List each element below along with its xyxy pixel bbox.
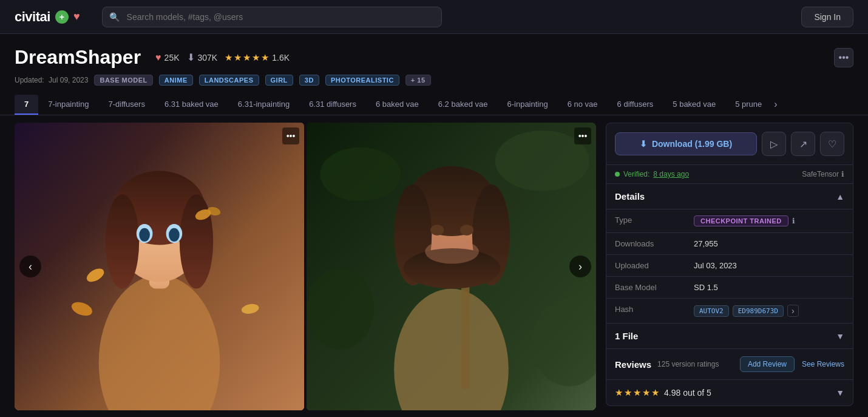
verified-dot <box>615 172 620 177</box>
verified-row: Verified: 8 days ago SafeTensor ℹ <box>606 165 853 184</box>
reviews-title-wrap: Reviews 125 version ratings <box>615 359 719 370</box>
details-section: Details ▲ Type CHECKPOINT TRAINED ℹ Down… <box>606 184 853 324</box>
rating-count: 1.6K <box>272 53 290 63</box>
tab-version-7-inpainting[interactable]: 7-inpainting <box>38 95 98 115</box>
svg-rect-22 <box>461 282 469 390</box>
image-gallery: ‹ <box>15 123 596 410</box>
header: civitai + ♥ 🔍 Sign In <box>0 0 868 34</box>
star-5: ★ <box>261 52 269 63</box>
tab-version-7[interactable]: 7 <box>15 95 38 115</box>
file-section-header[interactable]: 1 File ▼ <box>606 324 853 348</box>
review-star-4: ★ <box>642 387 650 398</box>
model-header: DreamShaper ♥ 25K ⬇ 307K ★ ★ ★ ★ ★ 1.6K <box>0 34 868 86</box>
reviews-header: Reviews 125 version ratings Add Review S… <box>606 349 853 380</box>
logo-text[interactable]: civitai <box>15 9 50 25</box>
updated-label: Updated: Jul 09, 2023 <box>15 76 88 84</box>
verified-badge: Verified: 8 days ago <box>615 170 689 178</box>
likes-stat: ♥ 25K <box>155 52 179 63</box>
gallery-image-2-menu[interactable]: ••• <box>574 127 591 144</box>
model-title: DreamShaper <box>15 46 141 69</box>
model-meta: Updated: Jul 09, 2023 BASE MODEL ANIME L… <box>15 75 853 86</box>
tab-version-6-inpainting[interactable]: 6-inpainting <box>497 95 557 115</box>
file-section: 1 File ▼ <box>606 324 853 349</box>
star-1: ★ <box>225 52 232 63</box>
send-button[interactable]: ▷ <box>762 132 786 156</box>
tab-version-6-no-vae[interactable]: 6 no vae <box>558 95 608 115</box>
likes-count: 25K <box>164 53 180 63</box>
svg-point-9 <box>139 228 150 242</box>
verified-date[interactable]: 8 days ago <box>653 170 689 178</box>
gallery-next-button[interactable]: › <box>569 256 591 277</box>
tab-version-631-baked-vae[interactable]: 6.31 baked vae <box>155 95 228 115</box>
detail-value-base-model: SD 1.5 <box>685 277 727 298</box>
download-section: ⬇ Download (1.99 GB) ▷ ↗ ♡ <box>606 123 853 165</box>
svg-point-17 <box>320 147 401 202</box>
details-header[interactable]: Details ▲ <box>606 184 853 209</box>
see-reviews-link[interactable]: See Reviews <box>802 360 844 368</box>
tab-version-6-diffusers[interactable]: 6 diffusers <box>608 95 663 115</box>
tag-base-model[interactable]: BASE MODEL <box>94 75 152 86</box>
tag-girl[interactable]: GIRL <box>265 75 293 86</box>
tag-anime[interactable]: ANIME <box>159 75 193 86</box>
detail-label-uploaded: Uploaded <box>606 255 685 276</box>
tab-version-62-baked-vae[interactable]: 6.2 baked vae <box>429 95 498 115</box>
save-icon: ♡ <box>828 138 836 150</box>
hash-type-badge: AUTOV2 <box>694 305 729 317</box>
tab-version-631-diffusers[interactable]: 6.31 diffusers <box>299 95 366 115</box>
model-stats: ♥ 25K ⬇ 307K ★ ★ ★ ★ ★ 1.6K <box>155 52 290 63</box>
logo-plus-icon[interactable]: + <box>55 10 69 24</box>
reviews-chevron-icon[interactable]: ▼ <box>836 388 844 398</box>
logo: civitai + ♥ <box>15 9 80 25</box>
gallery-prev-button[interactable]: ‹ <box>19 256 41 277</box>
tab-version-6-baked-vae[interactable]: 6 baked vae <box>366 95 429 115</box>
search-input[interactable] <box>102 7 442 27</box>
reviews-score-row: ★ ★ ★ ★ ★ 4.98 out of 5 ▼ <box>606 380 853 405</box>
download-btn-icon: ⬇ <box>640 139 647 149</box>
safe-tensor-label: SafeTensor ℹ <box>802 170 844 178</box>
details-chevron-icon: ▲ <box>836 192 844 202</box>
logo-heart-icon[interactable]: ♥ <box>73 10 80 23</box>
svg-point-29 <box>430 225 444 236</box>
star-3: ★ <box>243 52 251 63</box>
svg-point-10 <box>169 228 180 242</box>
heart-icon: ♥ <box>155 52 161 63</box>
review-stars: ★ ★ ★ ★ ★ <box>615 387 659 398</box>
gallery-image-2: ••• <box>307 123 596 410</box>
side-panel: ⬇ Download (1.99 GB) ▷ ↗ ♡ Verified: 8 d… <box>606 115 853 410</box>
detail-table: Type CHECKPOINT TRAINED ℹ Downloads 27,9… <box>606 209 853 323</box>
tab-version-5-baked-vae[interactable]: 5 baked vae <box>663 95 725 115</box>
tab-version-631-inpainting[interactable]: 6.31-inpainting <box>228 95 299 115</box>
detail-value-downloads: 27,955 <box>685 233 727 254</box>
add-review-button[interactable]: Add Review <box>740 356 795 372</box>
send-icon: ▷ <box>770 138 778 150</box>
review-star-1: ★ <box>615 387 623 398</box>
more-options-button[interactable]: ••• <box>834 48 853 67</box>
gallery-image-1-menu[interactable]: ••• <box>282 127 299 144</box>
reviews-title: Reviews <box>615 359 651 370</box>
review-star-3: ★ <box>633 387 641 398</box>
save-button[interactable]: ♡ <box>820 132 844 156</box>
hash-value-badge: ED989D673D <box>733 305 784 317</box>
file-section-title: 1 File <box>615 331 638 341</box>
stars-row: ★ ★ ★ ★ ★ <box>225 52 269 63</box>
share-button[interactable]: ↗ <box>791 132 815 156</box>
detail-label-downloads: Downloads <box>606 233 685 254</box>
detail-label-type: Type <box>606 209 685 232</box>
checkpoint-info-icon[interactable]: ℹ <box>792 217 795 225</box>
tab-version-7-diffusers[interactable]: 7-diffusers <box>98 95 154 115</box>
tag-3d[interactable]: 3D <box>299 75 319 86</box>
hash-copy-button[interactable]: › <box>787 305 799 317</box>
tag-landscapes[interactable]: LANDSCAPES <box>199 75 259 86</box>
tag-more[interactable]: + 15 <box>405 75 431 86</box>
tag-photorealistic[interactable]: PHOTOREALISTIC <box>325 75 399 86</box>
tab-version-5-prune[interactable]: 5 prune <box>725 95 771 115</box>
reviews-actions: Add Review See Reviews <box>740 356 844 372</box>
sign-in-button[interactable]: Sign In <box>801 7 853 27</box>
detail-row-base-model: Base Model SD 1.5 <box>606 277 853 299</box>
downloads-stat: ⬇ 307K <box>187 52 218 63</box>
safe-tensor-info-icon[interactable]: ℹ <box>841 170 844 178</box>
detail-value-hash: AUTOV2 ED989D673D › <box>685 299 807 323</box>
svg-point-5 <box>106 194 139 288</box>
download-button[interactable]: ⬇ Download (1.99 GB) <box>615 132 757 155</box>
tabs-arrow-right[interactable]: › <box>771 94 779 115</box>
